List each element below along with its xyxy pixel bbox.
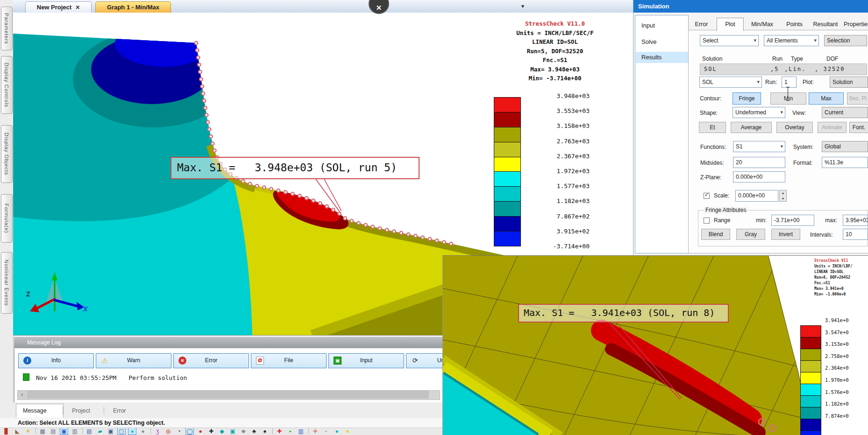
plus-red-icon[interactable]: ✚	[276, 428, 283, 435]
window-rows-icon[interactable]: ▤	[50, 428, 57, 435]
view-field[interactable]: Current	[822, 107, 868, 118]
page-teal-icon[interactable]: ▰	[96, 428, 104, 435]
et-button[interactable]: Et	[699, 122, 726, 133]
max-annotation[interactable]: Max. S1 = 3.948e+03 (SOL, run 5)	[171, 157, 420, 179]
tree-icon[interactable]: ♣	[250, 428, 258, 435]
invert-button[interactable]: Invert	[771, 229, 800, 240]
tab-error-log[interactable]: Error Log	[107, 404, 138, 417]
tab-error[interactable]: Error	[688, 19, 715, 30]
draw-icon[interactable]: ◣	[14, 428, 21, 435]
copy-icon[interactable]: ▣	[107, 428, 114, 435]
object-scope-dropdown[interactable]: All Elements	[764, 35, 819, 46]
close-icon[interactable]: ✕	[75, 4, 80, 11]
tab-graph1-minmax[interactable]: Graph 1 - Min/Max	[95, 1, 171, 13]
column-icon[interactable]: ▥	[297, 428, 305, 435]
overlay-max-annotation[interactable]: Max. S1 = 3.941e+03 (SOL, run 8)	[518, 304, 729, 323]
tab-project-log[interactable]: Project Log	[65, 404, 105, 417]
plot-mode-field[interactable]: Solution	[830, 77, 868, 88]
legend-color-block	[494, 231, 521, 246]
message-log-titlebar[interactable]: Message Log	[14, 337, 442, 348]
scale-spinner[interactable]: ▲▼	[779, 190, 787, 202]
overlay-button[interactable]: Overlay	[776, 122, 813, 133]
scale-input[interactable]: 0.000e+00	[735, 190, 778, 202]
selection-field[interactable]: Selection	[824, 35, 867, 46]
close-button[interactable]: ✕	[369, 0, 389, 14]
oval-select-icon[interactable]: ◯	[186, 428, 193, 435]
tab-graph1-label: Graph 1 - Min/Max	[107, 4, 159, 11]
scrollbar-thumb[interactable]	[27, 391, 429, 399]
drop-teal-icon[interactable]: ◆	[218, 428, 226, 435]
window-plain-icon[interactable]: ▢	[118, 428, 125, 435]
run-input[interactable]: 1	[782, 77, 797, 88]
log-entry[interactable]: Nov 16 2021 03:55:25PMPerform solution	[23, 373, 187, 381]
ball-teal-icon[interactable]: ●	[333, 428, 341, 435]
tree-alt-icon[interactable]: ♠	[261, 428, 269, 435]
bulb-icon[interactable]: ☀	[24, 428, 32, 435]
blend-button[interactable]: Blend	[701, 229, 730, 240]
min-input[interactable]: -3.71e+00	[771, 215, 814, 226]
page-blue-icon[interactable]: ▤	[85, 428, 93, 435]
intervals-input[interactable]: 10	[843, 229, 868, 240]
average-button[interactable]: Average	[731, 122, 772, 133]
node-red-icon[interactable]: ●	[197, 428, 204, 435]
z-tool-icon[interactable]: ʒ	[154, 428, 161, 435]
box-teal-icon[interactable]: ▣	[229, 428, 236, 435]
solution-table-row[interactable]: SOL ,5 ,Lin. , 32520	[700, 63, 867, 75]
shape-dropdown[interactable]: Undeformed	[733, 107, 785, 118]
sidebar-tab-parameters[interactable]: Parameters	[1, 7, 13, 50]
gray-button[interactable]: Gray	[736, 229, 765, 240]
log-filter-label: File	[251, 354, 326, 367]
tab-properties[interactable]: Properties	[844, 19, 868, 30]
fringe-button[interactable]: Fringe	[733, 92, 761, 105]
sidebar-tab-display-objects[interactable]: Display Objects	[1, 125, 13, 183]
tab-message-log[interactable]: Message Log	[16, 404, 64, 418]
max-button[interactable]: Max	[809, 92, 844, 105]
square-green-icon[interactable]: ▪	[286, 428, 294, 435]
log-filter-input-button[interactable]: ▣Input	[328, 353, 404, 368]
tab-min-max[interactable]: Min/Max	[746, 19, 779, 30]
sphere-gray-icon[interactable]: ●	[139, 428, 147, 435]
tab-resultant[interactable]: Resultant	[810, 19, 841, 30]
nav-results[interactable]: Results	[636, 52, 692, 63]
ball-yellow-icon[interactable]: ●	[344, 428, 351, 435]
format-input[interactable]: %11.3e	[822, 157, 868, 168]
midsides-input[interactable]: 20	[733, 157, 785, 168]
doc-gray-icon[interactable]: ▥	[71, 428, 78, 435]
max-input[interactable]: 3.95e+03	[843, 215, 868, 226]
clock-icon[interactable]: ◔	[175, 428, 183, 435]
node-green-icon[interactable]: ▫	[322, 428, 330, 435]
system-field[interactable]: Global	[822, 141, 868, 152]
range-checkbox[interactable]	[704, 218, 710, 224]
legend-color-block	[494, 216, 521, 232]
horizontal-scrollbar[interactable]: ‹	[17, 390, 440, 400]
window-grid-icon[interactable]: ▦	[39, 428, 46, 435]
axes-icon[interactable]: ✚	[207, 428, 215, 435]
log-filter-file-button[interactable]: ØFile	[251, 353, 327, 368]
nav-solve[interactable]: Solve	[636, 36, 692, 48]
solution-dropdown[interactable]: SOL	[699, 77, 762, 88]
layers-icon[interactable]: ≑	[240, 428, 247, 435]
log-filter-info-button[interactable]: iInfo	[18, 353, 94, 368]
sphere-cyan-icon[interactable]: ●	[128, 428, 136, 435]
scale-checkbox[interactable]	[704, 193, 710, 199]
tab-new-project[interactable]: New Project✕	[25, 1, 92, 13]
zplane-input[interactable]: 0.000e+00	[733, 171, 785, 182]
nav-input[interactable]: Input	[636, 20, 692, 31]
log-filter-warn-button[interactable]: ⚠Warn	[96, 353, 171, 368]
chev​ron-down-icon[interactable]: ▼	[520, 4, 525, 9]
functions-dropdown[interactable]: S1	[733, 141, 785, 152]
font-button[interactable]: Font.	[849, 122, 868, 133]
tab-plot[interactable]: Plot	[717, 18, 744, 31]
sidebar-tab-display-controls[interactable]: Display Controls	[1, 56, 13, 114]
select-method-dropdown[interactable]: Select	[700, 35, 759, 46]
tab-points[interactable]: Points	[782, 19, 807, 30]
log-filter-error-button[interactable]: ✕Error	[173, 353, 249, 368]
doc-blue-icon[interactable]: ▣	[60, 428, 68, 435]
legend-value: 3.948e+03	[518, 92, 590, 99]
sidebar-tab-nonlinear-events[interactable]: Nonlinear Events	[1, 252, 13, 314]
scroll-left-icon[interactable]: ‹	[18, 391, 27, 399]
bar-chart-icon[interactable]: ▊	[3, 428, 10, 435]
sidebar-tab-formula-e[interactable]: Formula(e)	[1, 194, 13, 243]
cross-red-icon[interactable]: ✛	[312, 428, 319, 435]
target-red-icon[interactable]: ◎	[164, 428, 172, 435]
